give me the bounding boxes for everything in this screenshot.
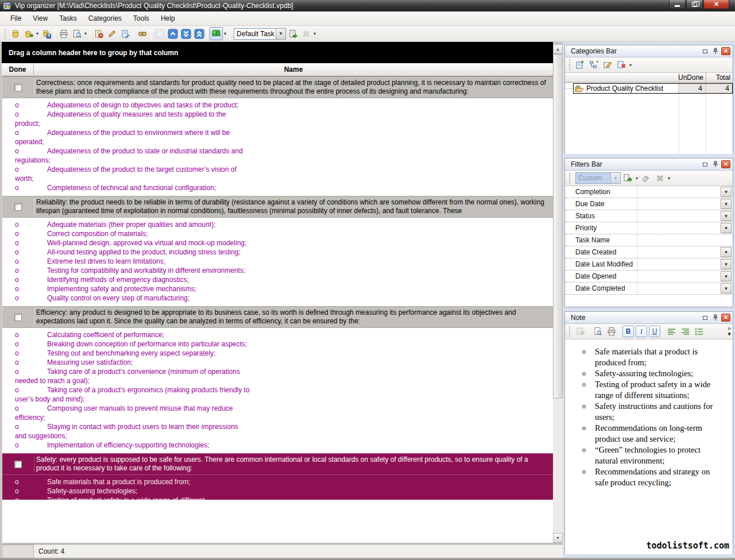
- column-header-undone[interactable]: UnDone: [679, 73, 706, 82]
- subtask-item[interactable]: oCalculating coefficient of performance;: [2, 330, 250, 339]
- underline-icon[interactable]: U: [649, 326, 660, 337]
- toolbar-overflow-icon[interactable]: ▾: [312, 31, 317, 36]
- panel-close-icon[interactable]: ✕: [721, 314, 730, 322]
- chevron-down-icon[interactable]: ▼: [721, 271, 732, 281]
- subtask-item[interactable]: oAdequateness of the product to state or…: [2, 146, 250, 165]
- notes-panel-toggle-icon[interactable]: [210, 27, 223, 40]
- menu-categories[interactable]: Categories: [83, 12, 127, 25]
- filter-preset-dropdown-icon[interactable]: ▼: [610, 173, 620, 183]
- task-type-dropdown-icon[interactable]: ▼: [276, 29, 285, 39]
- menu-tasks[interactable]: Tasks: [53, 12, 83, 25]
- note-toolbar-overflow-icon[interactable]: »▾: [728, 325, 731, 337]
- category-row-selected[interactable]: Product Quality Checklist 4 4: [573, 83, 733, 94]
- subtask-item[interactable]: oTesting of product safety in a wide ran…: [2, 496, 250, 500]
- note-preview-icon[interactable]: [591, 325, 605, 338]
- bullet-list-icon[interactable]: [692, 325, 706, 338]
- panel-close-icon[interactable]: ✕: [721, 47, 730, 55]
- subtask-item[interactable]: oComposing user manuals to prevent misus…: [2, 404, 250, 422]
- new-database-icon[interactable]: [9, 27, 22, 40]
- apply-filter-icon[interactable]: [621, 172, 635, 184]
- print-dropdown-icon[interactable]: ▾: [83, 31, 88, 36]
- panel-close-icon[interactable]: ✕: [721, 160, 730, 168]
- filters-toolbar-grip[interactable]: [569, 173, 571, 183]
- subtask-item[interactable]: oTesting out and benchmarking every aspe…: [2, 349, 250, 358]
- new-subcategory-icon[interactable]: [587, 59, 601, 71]
- subtask-item[interactable]: oCorrect composition of materials;: [2, 229, 250, 238]
- apply-template-icon[interactable]: [286, 27, 299, 40]
- delete-category-icon[interactable]: [614, 59, 628, 71]
- task-type-combobox[interactable]: Default Task ▼: [234, 28, 286, 40]
- delete-template-icon[interactable]: [299, 27, 312, 40]
- menu-file[interactable]: File: [5, 12, 27, 25]
- print-icon[interactable]: [57, 27, 70, 40]
- subtask-item[interactable]: oExtreme test drives to learn limitation…: [2, 257, 250, 266]
- notes-dropdown-icon[interactable]: ▾: [223, 31, 227, 36]
- filter-row-date-created[interactable]: Date Created▼: [565, 246, 733, 258]
- subtask-item[interactable]: oAdequateness of quality measures and te…: [2, 110, 250, 128]
- panel-restore-icon[interactable]: [701, 47, 710, 55]
- filters-toolbar-overflow-icon[interactable]: ▾: [667, 176, 671, 181]
- chevron-down-icon[interactable]: ▼: [721, 187, 732, 197]
- panel-pin-icon[interactable]: [711, 160, 720, 168]
- scroll-down-icon[interactable]: ▼: [553, 533, 563, 543]
- note-edit-icon[interactable]: [118, 27, 131, 40]
- subtask-item[interactable]: oImplementation of efficiency-supporting…: [2, 441, 250, 450]
- scrollbar-thumb[interactable]: [553, 54, 563, 399]
- bold-icon[interactable]: B: [622, 326, 634, 337]
- task-row-safety-selected[interactable]: Safety: every product is supposed to be …: [2, 453, 553, 474]
- filter-row-date-completed[interactable]: Date Completed▼: [565, 283, 733, 295]
- panel-pin-icon[interactable]: [711, 47, 720, 55]
- close-button[interactable]: ✕: [703, 0, 729, 9]
- find-icon[interactable]: [136, 27, 149, 40]
- chevron-down-icon[interactable]: ▼: [721, 259, 732, 269]
- done-checkbox[interactable]: [14, 203, 22, 211]
- open-database-icon[interactable]: [22, 27, 35, 40]
- filter-row-date-last-modified[interactable]: Date Last Modified▼: [565, 258, 733, 271]
- edit-category-icon[interactable]: [601, 59, 614, 71]
- subtask-item[interactable]: oStaying in contact with product users t…: [2, 422, 250, 441]
- done-checkbox[interactable]: [14, 84, 22, 91]
- move-down-icon[interactable]: [153, 27, 166, 40]
- open-database-dropdown-icon[interactable]: ▾: [35, 31, 40, 36]
- column-header-total[interactable]: Total: [706, 73, 733, 82]
- chevron-down-icon[interactable]: ▼: [721, 211, 732, 221]
- subtask-item[interactable]: oWell-planned design, approved via virtu…: [2, 238, 250, 248]
- categories-toolbar-grip[interactable]: [569, 60, 571, 70]
- align-left-icon[interactable]: [664, 325, 678, 338]
- filter-preset-combobox[interactable]: Custom ▼: [575, 172, 621, 184]
- filter-row-completion[interactable]: Completion▼: [565, 186, 733, 198]
- subtask-item[interactable]: oCompleteness of technical and functiona…: [2, 183, 250, 192]
- subtask-item[interactable]: oBreaking down conception of performance…: [2, 339, 250, 349]
- subtask-item[interactable]: oTesting for compatibility and workabili…: [2, 266, 250, 275]
- new-checklist-icon[interactable]: [573, 59, 587, 71]
- task-row-efficiency[interactable]: Efficiency: any product is designed to b…: [2, 306, 553, 328]
- panel-restore-icon[interactable]: [701, 160, 710, 168]
- edit-task-icon[interactable]: [105, 27, 118, 40]
- toolbar-grip[interactable]: [5, 29, 6, 39]
- print-preview-icon[interactable]: [70, 27, 83, 40]
- chevron-down-icon[interactable]: ▼: [721, 223, 732, 233]
- note-content[interactable]: oSafe materials that a product is produc…: [565, 339, 733, 554]
- chevron-down-icon[interactable]: ▼: [721, 199, 732, 209]
- restore-button[interactable]: [686, 0, 703, 9]
- subtask-item[interactable]: oSafe materials that a product is produc…: [2, 477, 250, 486]
- group-by-band[interactable]: Drag a column header here to group by th…: [2, 42, 553, 63]
- done-checkbox[interactable]: [14, 461, 22, 468]
- clear-filter-icon[interactable]: [639, 172, 653, 184]
- grid-vertical-scrollbar[interactable]: ▲ ▼: [553, 44, 563, 543]
- filter-row-date-opened[interactable]: Date Opened▼: [565, 271, 733, 283]
- filter-row-due-date[interactable]: Due Date▼: [565, 198, 733, 210]
- task-row-correctness[interactable]: Correctness: once requirements and stand…: [2, 76, 553, 98]
- subtask-item[interactable]: oImplementing safety and protective mech…: [2, 284, 250, 293]
- panel-pin-icon[interactable]: [711, 314, 720, 322]
- subtask-item[interactable]: oSafety-assuring technologies;: [2, 486, 250, 496]
- minimize-button[interactable]: [669, 0, 686, 9]
- insert-template-icon[interactable]: [573, 325, 587, 338]
- menu-tools[interactable]: Tools: [127, 12, 155, 25]
- note-print-icon[interactable]: [605, 325, 618, 338]
- subtask-item[interactable]: oAdequate materials (their proper qualit…: [2, 220, 250, 229]
- delete-filter-icon[interactable]: [653, 172, 667, 184]
- subtask-item[interactable]: oTaking care of a product’s convenience …: [2, 367, 250, 385]
- filter-row-status[interactable]: Status▼: [565, 210, 733, 222]
- categories-toolbar-overflow-icon[interactable]: ▾: [628, 63, 633, 68]
